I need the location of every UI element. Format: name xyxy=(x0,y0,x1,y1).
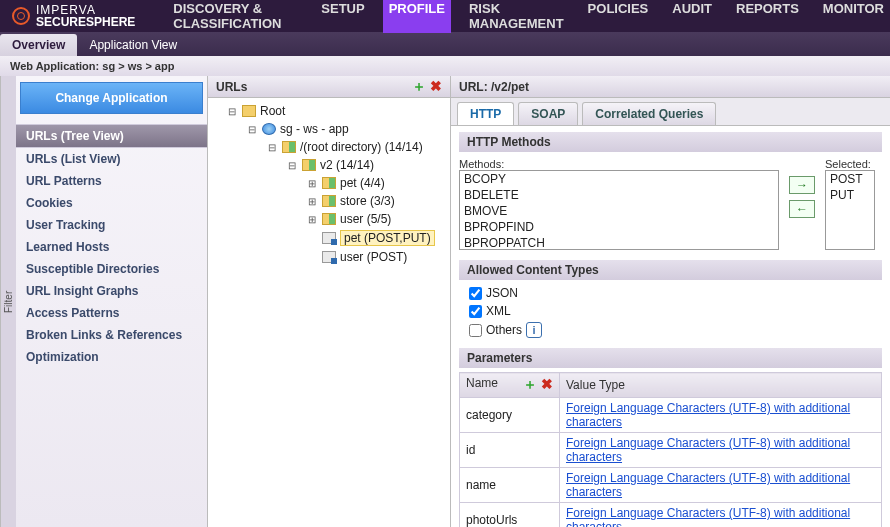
delete-param-icon[interactable]: ✖ xyxy=(541,376,553,394)
content-type-checkbox[interactable] xyxy=(469,324,482,337)
globe-icon xyxy=(262,123,276,135)
sidebar-item-optimization[interactable]: Optimization xyxy=(16,346,207,368)
expand-icon[interactable]: ⊞ xyxy=(306,214,318,225)
tree-node-pet[interactable]: ⊞pet (4/4) xyxy=(212,174,446,192)
tree-node-v2[interactable]: ⊟v2 (14/14) xyxy=(212,156,446,174)
tree-leaf-user[interactable]: user (POST) xyxy=(212,248,446,266)
folder-icon xyxy=(282,141,296,153)
content-type-xml[interactable]: XML xyxy=(469,304,882,318)
content-type-checkbox[interactable] xyxy=(469,287,482,300)
param-header-valuetype[interactable]: Value Type xyxy=(560,373,882,398)
topnav-item-monitor[interactable]: MONITOR xyxy=(817,0,890,33)
param-name: photoUrls xyxy=(460,503,560,528)
folder-icon xyxy=(322,213,336,225)
topnav-item-profile[interactable]: PROFILE xyxy=(383,0,451,33)
brand-line2: SECURESPHERE xyxy=(36,15,135,29)
parameters-table: Name ＋ ✖ Value Type categoryForeign Lang… xyxy=(459,372,882,527)
add-url-icon[interactable]: ＋ xyxy=(412,78,426,96)
collapse-icon[interactable]: ⊟ xyxy=(286,160,298,171)
delete-url-icon[interactable]: ✖ xyxy=(430,78,442,96)
change-application-button[interactable]: Change Application xyxy=(20,82,203,114)
table-row[interactable]: idForeign Language Characters (UTF-8) wi… xyxy=(460,433,882,468)
url-detail-tabs: HTTPSOAPCorrelated Queries xyxy=(451,98,890,126)
method-option[interactable]: BMOVE xyxy=(460,203,778,219)
top-nav: DISCOVERY & CLASSIFICATIONSETUPPROFILERI… xyxy=(167,0,890,33)
table-row[interactable]: categoryForeign Language Characters (UTF… xyxy=(460,398,882,433)
tree-leaf-pet[interactable]: pet (POST,PUT) xyxy=(212,228,446,248)
content-type-checkbox[interactable] xyxy=(469,305,482,318)
sidebar-item-user-tracking[interactable]: User Tracking xyxy=(16,214,207,236)
content-type-json[interactable]: JSON xyxy=(469,286,882,300)
param-header-name[interactable]: Name ＋ ✖ xyxy=(460,373,560,398)
method-option[interactable]: BPROPFIND xyxy=(460,219,778,235)
methods-selected-listbox[interactable]: POSTPUT xyxy=(825,170,875,250)
tree-node-rootdir[interactable]: ⊟/(root directory) (14/14) xyxy=(212,138,446,156)
param-name: name xyxy=(460,468,560,503)
page-icon xyxy=(322,251,336,263)
collapse-icon[interactable]: ⊟ xyxy=(226,106,238,117)
method-option[interactable]: BDELETE xyxy=(460,187,778,203)
left-sidebar: Change Application URLs (Tree View)URLs … xyxy=(16,76,208,527)
folder-icon xyxy=(322,195,336,207)
param-name: category xyxy=(460,398,560,433)
url-tree: ⊟Root ⊟sg - ws - app ⊟/(root directory) … xyxy=(208,98,450,527)
sidebar-item-url-patterns[interactable]: URL Patterns xyxy=(16,170,207,192)
content-types: JSONXMLOthers i xyxy=(469,286,882,338)
folder-icon xyxy=(242,105,256,117)
brand: IMPERVA SECURESPHERE xyxy=(0,4,147,28)
topnav-item-policies[interactable]: POLICIES xyxy=(582,0,655,33)
http-methods-group: HTTP Methods xyxy=(459,132,882,152)
expand-icon[interactable]: ⊞ xyxy=(306,196,318,207)
tab-correlated-queries[interactable]: Correlated Queries xyxy=(582,102,716,125)
sidebar-item-urls-tree-view-[interactable]: URLs (Tree View) xyxy=(16,124,207,148)
tab-http[interactable]: HTTP xyxy=(457,102,514,125)
topnav-item-setup[interactable]: SETUP xyxy=(315,0,370,33)
left-menu: URLs (Tree View)URLs (List View)URL Patt… xyxy=(16,120,207,372)
sidebar-item-susceptible-directories[interactable]: Susceptible Directories xyxy=(16,258,207,280)
collapse-icon[interactable]: ⊟ xyxy=(266,142,278,153)
url-detail-panel: URL: /v2/pet HTTPSOAPCorrelated Queries … xyxy=(451,76,890,527)
method-option[interactable]: BCOPY xyxy=(460,171,778,187)
param-name: id xyxy=(460,433,560,468)
param-value-type-link[interactable]: Foreign Language Characters (UTF-8) with… xyxy=(566,471,850,499)
method-option[interactable]: BPROPPATCH xyxy=(460,235,778,250)
selected-label: Selected: xyxy=(825,158,875,170)
tree-node-app[interactable]: ⊟sg - ws - app xyxy=(212,120,446,138)
expand-icon[interactable]: ⊞ xyxy=(306,178,318,189)
sidebar-item-urls-list-view-[interactable]: URLs (List View) xyxy=(16,148,207,170)
topnav-item-risk-management[interactable]: RISK MANAGEMENT xyxy=(463,0,570,33)
topnav-item-audit[interactable]: AUDIT xyxy=(666,0,718,33)
sidebar-item-url-insight-graphs[interactable]: URL Insight Graphs xyxy=(16,280,207,302)
filter-rail[interactable]: Filter xyxy=(0,76,16,527)
param-value-type-link[interactable]: Foreign Language Characters (UTF-8) with… xyxy=(566,401,850,429)
sidebar-item-access-patterns[interactable]: Access Patterns xyxy=(16,302,207,324)
sidebar-item-cookies[interactable]: Cookies xyxy=(16,192,207,214)
topnav-item-discovery-classification[interactable]: DISCOVERY & CLASSIFICATION xyxy=(167,0,303,33)
param-value-type-link[interactable]: Foreign Language Characters (UTF-8) with… xyxy=(566,506,850,527)
topnav-item-reports[interactable]: REPORTS xyxy=(730,0,805,33)
move-left-button[interactable]: ← xyxy=(789,200,815,218)
param-value-type-link[interactable]: Foreign Language Characters (UTF-8) with… xyxy=(566,436,850,464)
method-selected[interactable]: PUT xyxy=(826,187,874,203)
tree-node-root[interactable]: ⊟Root xyxy=(212,102,446,120)
info-icon[interactable]: i xyxy=(526,322,542,338)
add-param-icon[interactable]: ＋ xyxy=(523,376,537,394)
collapse-icon[interactable]: ⊟ xyxy=(246,124,258,135)
content-type-others[interactable]: Others i xyxy=(469,322,882,338)
tree-node-user[interactable]: ⊞user (5/5) xyxy=(212,210,446,228)
sidebar-item-broken-links-references[interactable]: Broken Links & References xyxy=(16,324,207,346)
folder-icon xyxy=(302,159,316,171)
table-row[interactable]: nameForeign Language Characters (UTF-8) … xyxy=(460,468,882,503)
folder-icon xyxy=(322,177,336,189)
breadcrumb: Web Application: sg > ws > app xyxy=(0,56,890,76)
parameters-group: Parameters xyxy=(459,348,882,368)
method-selected[interactable]: POST xyxy=(826,171,874,187)
subtab-overview[interactable]: Overview xyxy=(0,34,77,56)
methods-available-listbox[interactable]: BCOPYBDELETEBMOVEBPROPFINDBPROPPATCH xyxy=(459,170,779,250)
table-row[interactable]: photoUrlsForeign Language Characters (UT… xyxy=(460,503,882,528)
tree-node-store[interactable]: ⊞store (3/3) xyxy=(212,192,446,210)
subtab-application-view[interactable]: Application View xyxy=(77,34,189,56)
move-right-button[interactable]: → xyxy=(789,176,815,194)
sidebar-item-learned-hosts[interactable]: Learned Hosts xyxy=(16,236,207,258)
tab-soap[interactable]: SOAP xyxy=(518,102,578,125)
